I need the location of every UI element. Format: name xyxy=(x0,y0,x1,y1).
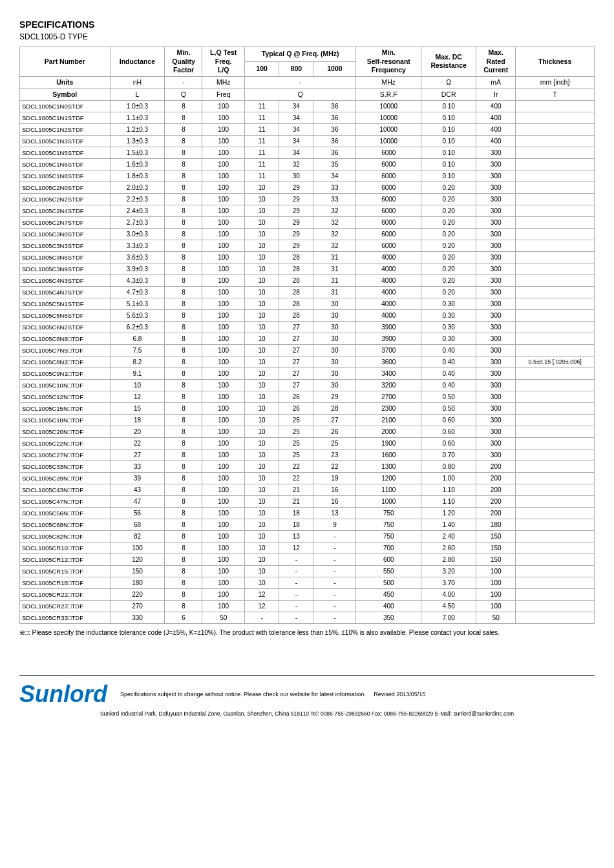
cell-part-number: SDCL1005C3N3STDF xyxy=(20,240,111,252)
table-row: SDCL1005C43N□TDF43810010211611001.10200 xyxy=(20,484,595,496)
cell-thickness-empty xyxy=(516,170,595,182)
col-lq-test: L,Q TestFreq.L/Q xyxy=(202,47,245,77)
cell-thickness-empty xyxy=(516,589,595,601)
unit-typical-q: - xyxy=(245,76,356,88)
cell-current: 400 xyxy=(476,136,516,147)
cell-thickness-empty xyxy=(516,403,595,415)
cell-thickness-empty xyxy=(516,496,595,508)
cell-thickness-empty xyxy=(516,136,595,147)
cell-thickness-value: 0.5±0.15 [.020±.006] xyxy=(516,356,595,368)
cell-srf: 6000 xyxy=(356,205,421,217)
cell-thickness-empty xyxy=(516,438,595,450)
unit-q: - xyxy=(165,76,202,88)
cell-q800: 25 xyxy=(279,438,313,450)
cell-q100: 10 xyxy=(245,345,279,356)
symbol-thickness: T xyxy=(516,88,595,101)
cell-q100: 10 xyxy=(245,368,279,380)
cell-part-number: SDCL1005C68N□TDF xyxy=(20,519,111,531)
cell-part-number: SDCL1005C20N□TDF xyxy=(20,426,111,438)
cell-freq: 100 xyxy=(202,496,245,508)
cell-q800: - xyxy=(279,612,313,624)
table-row: SDCL1005C18N□TDF18810010252721000.60300 xyxy=(20,415,595,426)
cell-dcr: 0.40 xyxy=(421,380,476,391)
table-row: SDCL1005C15N□TDF15810010262823000.50300 xyxy=(20,403,595,415)
cell-freq: 100 xyxy=(202,380,245,391)
cell-q800: 21 xyxy=(279,496,313,508)
cell-thickness-empty xyxy=(516,217,595,229)
cell-min-q: 8 xyxy=(165,322,202,333)
cell-dcr: 0.30 xyxy=(421,310,476,322)
cell-srf: 4000 xyxy=(356,298,421,310)
cell-min-q: 8 xyxy=(165,170,202,182)
table-row: SDCL1005C39N□TDF39810010221912001.00200 xyxy=(20,473,595,484)
cell-current: 300 xyxy=(476,159,516,170)
cell-min-q: 8 xyxy=(165,333,202,345)
cell-srf: 350 xyxy=(356,612,421,624)
cell-part-number: SDCL1005C27N□TDF xyxy=(20,450,111,461)
table-row: SDCL1005C1N1STDF1.1±0.38100113436100000.… xyxy=(20,112,595,124)
cell-part-number: SDCL1005C7N5□TDF xyxy=(20,345,111,356)
cell-thickness-empty xyxy=(516,554,595,566)
cell-q1000: 27 xyxy=(313,415,356,426)
cell-freq: 50 xyxy=(202,612,245,624)
cell-thickness-empty xyxy=(516,566,595,577)
cell-dcr: 0.70 xyxy=(421,450,476,461)
cell-min-q: 8 xyxy=(165,345,202,356)
cell-part-number: SDCL1005CR15□TDF xyxy=(20,566,111,577)
cell-current: 300 xyxy=(476,182,516,194)
cell-inductance: 27 xyxy=(110,450,165,461)
cell-thickness-empty xyxy=(516,450,595,461)
cell-q800: 29 xyxy=(279,240,313,252)
cell-srf: 3900 xyxy=(356,322,421,333)
cell-q100: 10 xyxy=(245,205,279,217)
cell-q1000: - xyxy=(313,531,356,542)
cell-thickness-empty xyxy=(516,322,595,333)
table-row: SDCL1005C68N□TDF688100101897501.40180 xyxy=(20,519,595,531)
col-q800: 800 xyxy=(279,61,313,76)
cell-dcr: 0.20 xyxy=(421,252,476,264)
cell-part-number: SDCL1005C1N0STDF xyxy=(20,101,111,112)
cell-part-number: SDCL1005C3N0STDF xyxy=(20,229,111,240)
cell-part-number: SDCL1005C15N□TDF xyxy=(20,403,111,415)
table-row: SDCL1005CR33□TDF330650---3507.0050 xyxy=(20,612,595,624)
cell-q800: - xyxy=(279,601,313,612)
cell-q100: 10 xyxy=(245,473,279,484)
table-row: SDCL1005C1N3STDF1.3±0.38100113436100000.… xyxy=(20,136,595,147)
cell-current: 300 xyxy=(476,450,516,461)
table-row: SDCL1005C4N3STDF4.3±0.3810010283140000.2… xyxy=(20,275,595,287)
cell-min-q: 8 xyxy=(165,159,202,170)
cell-srf: 750 xyxy=(356,531,421,542)
cell-dcr: 0.20 xyxy=(421,264,476,275)
cell-q800: 29 xyxy=(279,194,313,205)
cell-q1000: 36 xyxy=(313,136,356,147)
cell-q1000: 29 xyxy=(313,391,356,403)
symbol-label: Symbol xyxy=(20,88,111,101)
cell-q800: 32 xyxy=(279,159,313,170)
cell-current: 300 xyxy=(476,368,516,380)
cell-inductance: 1.1±0.3 xyxy=(110,112,165,124)
cell-thickness-empty xyxy=(516,124,595,136)
cell-freq: 100 xyxy=(202,473,245,484)
cell-part-number: SDCL1005CR10□TDF xyxy=(20,542,111,554)
table-row: SDCL1005C1N6STDF1.6±0.3810011323560000.1… xyxy=(20,159,595,170)
cell-min-q: 8 xyxy=(165,229,202,240)
cell-srf: 1100 xyxy=(356,484,421,496)
cell-q1000: 30 xyxy=(313,345,356,356)
col-q1000: 1000 xyxy=(313,61,356,76)
cell-freq: 100 xyxy=(202,333,245,345)
cell-part-number: SDCL1005C22N□TDF xyxy=(20,438,111,450)
cell-q100: 10 xyxy=(245,333,279,345)
cell-q100: 12 xyxy=(245,601,279,612)
cell-dcr: 0.50 xyxy=(421,391,476,403)
cell-inductance: 8.2 xyxy=(110,356,165,368)
cell-current: 300 xyxy=(476,322,516,333)
cell-q1000: - xyxy=(313,566,356,577)
col-thickness: Thickness xyxy=(516,47,595,77)
cell-dcr: 0.60 xyxy=(421,438,476,450)
cell-inductance: 10 xyxy=(110,380,165,391)
cell-q1000: - xyxy=(313,554,356,566)
cell-thickness-empty xyxy=(516,345,595,356)
cell-part-number: SDCL1005C1N5STDF xyxy=(20,147,111,159)
unit-current: mA xyxy=(476,76,516,88)
cell-dcr: 3.20 xyxy=(421,566,476,577)
